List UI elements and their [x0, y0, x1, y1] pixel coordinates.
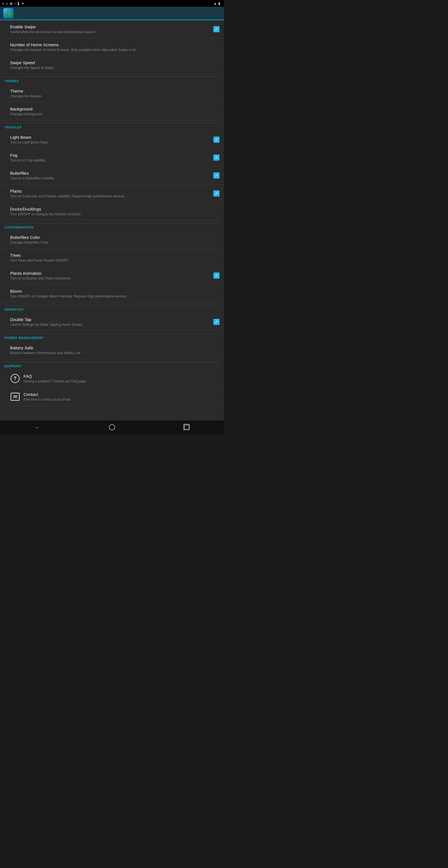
item-content-fog: Fog Turn on to Fog visibillity [10, 153, 213, 162]
item-subtitle-double-tap: Launch Settings by Doble Tapping Home Sc… [10, 323, 213, 327]
settings-item-butterflies[interactable]: Butterflies Turn on to Butterflies visib… [0, 166, 224, 184]
section-header-themes: THEMES [0, 74, 224, 84]
settings-item-bloom[interactable]: Bloom Turn ON/OFF or changes Bloom Inten… [0, 285, 224, 303]
settings-item-faq[interactable]: ? FAQ Having a problem? Consult our FAQ … [0, 370, 224, 388]
item-subtitle-bloom: Turn ON/OFF or changes Bloom Intensity. … [10, 294, 219, 298]
recents-button[interactable] [180, 423, 194, 432]
checkbox-plants[interactable]: ✓ [213, 190, 219, 196]
game-icon: ❖ [22, 2, 24, 5]
back-icon: ← [34, 424, 40, 431]
item-subtitle-plants-animation: Turn on to Bushes and Trees Animations [10, 276, 213, 280]
notification-icon-2: ◎ [6, 2, 8, 5]
item-title-butterflies-color: Butterflies Color [10, 235, 219, 240]
checkmark-icon: ✓ [215, 173, 218, 178]
checkmark-icon: ✓ [215, 273, 218, 278]
item-content-trees: Trees Turn Trees and Trunk Flowers ON/OF… [10, 253, 219, 262]
item-content-number-of-home-screens: Number of Home Screens Changes the Numbe… [10, 42, 219, 52]
section-header-shortcut: SHORTCUT [0, 303, 224, 313]
bottom-nav: ← [0, 421, 224, 434]
item-content-plants-animation: Plants Animation Turn on to Bushes and T… [10, 271, 213, 280]
settings-item-theme[interactable]: Theme Changes the Season [0, 84, 224, 102]
settings-item-number-of-home-screens[interactable]: Number of Home Screens Changes the Numbe… [0, 38, 224, 56]
item-title-swipe-speed: Swipe Speed [10, 60, 219, 65]
item-title-theme: Theme [10, 89, 219, 93]
status-bar-right: ▲ ▮ [214, 2, 222, 5]
item-title-contact: Contact [24, 392, 219, 397]
checkbox-butterflies[interactable]: ✓ [213, 173, 219, 179]
section-header-customization: CUSTOMIZATION [0, 220, 224, 231]
settings-item-background[interactable]: Background Changes Background [0, 102, 224, 120]
item-title-enable-swipe: Enable Swipe [10, 24, 213, 29]
settings-item-trees[interactable]: Trees Turn Trees and Trunk Flowers ON/OF… [0, 249, 224, 267]
checkbox-plants-animation[interactable]: ✓ [213, 273, 219, 279]
notification-icon-1: ● [2, 2, 4, 5]
item-subtitle-enable-swipe: Useful when the device has no standard p… [10, 30, 213, 34]
item-content-swipe-speed: Swipe Speed Changes the Speed of Swipe [10, 60, 219, 70]
item-title-butterflies: Butterflies [10, 171, 213, 176]
item-title-trees: Trees [10, 253, 219, 258]
settings-item-fog[interactable]: Fog Turn on to Fog visibillity ✓ [0, 149, 224, 166]
item-content-plants: Plants Turn on to Bushes and Flowers vis… [10, 189, 213, 198]
item-content-double-tap: Double Tap Launch Settings by Doble Tapp… [10, 317, 213, 327]
settings-item-battery-safe[interactable]: Battery Safe Balance between Performance… [0, 341, 224, 359]
item-content-butterflies-color: Butterflies Color Changes Butterflies Co… [10, 235, 219, 245]
settings-item-contact[interactable]: Contact Feel free to contact us by Email [0, 388, 224, 406]
item-subtitle-contact: Feel free to contact us by Email [24, 398, 219, 401]
item-content-theme: Theme Changes the Season [10, 89, 219, 98]
settings-item-light-beam[interactable]: Light Beam Turn on Light Beam Rays ✓ [0, 131, 224, 149]
check-icon: ✓ [14, 2, 16, 5]
item-content-battery-safe: Battery Safe Balance between Performance… [10, 345, 219, 355]
item-title-faq: FAQ [24, 374, 219, 378]
home-icon [109, 424, 115, 430]
settings-container[interactable]: Enable Swipe Useful when the device has … [0, 20, 224, 421]
item-subtitle-butterflies-color: Changes Butterflies Color [10, 241, 219, 245]
checkbox-fog[interactable]: ✓ [213, 154, 219, 161]
item-title-background: Background [10, 106, 219, 111]
checkmark-icon: ✓ [215, 27, 218, 31]
settings-item-ducks-ducklings[interactable]: Ducks/Ducklings Turn ON/OFF or changes t… [0, 203, 224, 220]
item-content-light-beam: Light Beam Turn on Light Beam Rays [10, 135, 213, 145]
item-title-plants: Plants [10, 189, 213, 193]
settings-item-double-tap[interactable]: Double Tap Launch Settings by Doble Tapp… [0, 313, 224, 331]
checkmark-icon: ✓ [215, 191, 218, 196]
home-button[interactable] [105, 423, 119, 432]
item-subtitle-fog: Turn on to Fog visibillity [10, 158, 213, 162]
item-subtitle-background: Changes Background [10, 112, 219, 116]
item-content-background: Background Changes Background [10, 106, 219, 116]
title-bar: 🌿 [0, 7, 224, 20]
settings-item-enable-swipe[interactable]: Enable Swipe Useful when the device has … [0, 20, 224, 38]
item-subtitle-number-of-home-screens: Changes the Number of Home Screens. Only… [10, 48, 219, 52]
checkbox-enable-swipe[interactable]: ✓ [213, 26, 219, 32]
item-title-battery-safe: Battery Safe [10, 345, 219, 350]
recents-icon [184, 425, 189, 430]
item-subtitle-battery-safe: Balance between Performance and Battery … [10, 351, 219, 355]
battery-icon: ▮ [218, 2, 220, 5]
wifi-icon: ▲ [214, 2, 217, 5]
contact-icon [10, 392, 20, 402]
settings-item-plants-animation[interactable]: Plants Animation Turn on to Bushes and T… [0, 267, 224, 285]
item-content-faq: FAQ Having a problem? Consult our FAQ pa… [24, 374, 219, 383]
item-title-number-of-home-screens: Number of Home Screens [10, 42, 219, 47]
item-title-double-tap: Double Tap [10, 317, 213, 322]
status-bar: ● ◎ ▣ ✓ ▌ ❖ ▲ ▮ [0, 0, 224, 7]
item-subtitle-swipe-speed: Changes the Speed of Swipe [10, 66, 219, 70]
settings-item-swipe-speed[interactable]: Swipe Speed Changes the Speed of Swipe [0, 56, 224, 74]
section-header-support: SUPPORT [0, 359, 224, 370]
section-header-toggles: TOGGLES [0, 120, 224, 131]
settings-item-butterflies-color[interactable]: Butterflies Color Changes Butterflies Co… [0, 231, 224, 249]
item-title-fog: Fog [10, 153, 213, 158]
checkbox-double-tap[interactable]: ✓ [213, 319, 219, 325]
item-content-ducks-ducklings: Ducks/Ducklings Turn ON/OFF or changes t… [10, 207, 219, 216]
status-bar-left: ● ◎ ▣ ✓ ▌ ❖ [2, 2, 24, 5]
item-subtitle-theme: Changes the Season [10, 94, 219, 98]
faq-icon: ? [10, 373, 20, 383]
faq-icon-circle: ? [11, 374, 20, 383]
item-subtitle-plants: Turn on to Bushes and Flowers visibillit… [10, 194, 213, 198]
back-button[interactable]: ← [30, 423, 44, 432]
item-content-butterflies: Butterflies Turn on to Butterflies visib… [10, 171, 213, 180]
checkmark-icon: ✓ [215, 155, 218, 160]
settings-item-plants[interactable]: Plants Turn on to Bushes and Flowers vis… [0, 184, 224, 203]
item-subtitle-ducks-ducklings: Turn ON/OFF or changes the Number of Duc… [10, 212, 219, 216]
item-subtitle-faq: Having a problem? Consult our FAQ page [24, 379, 219, 383]
checkbox-light-beam[interactable]: ✓ [213, 136, 219, 143]
